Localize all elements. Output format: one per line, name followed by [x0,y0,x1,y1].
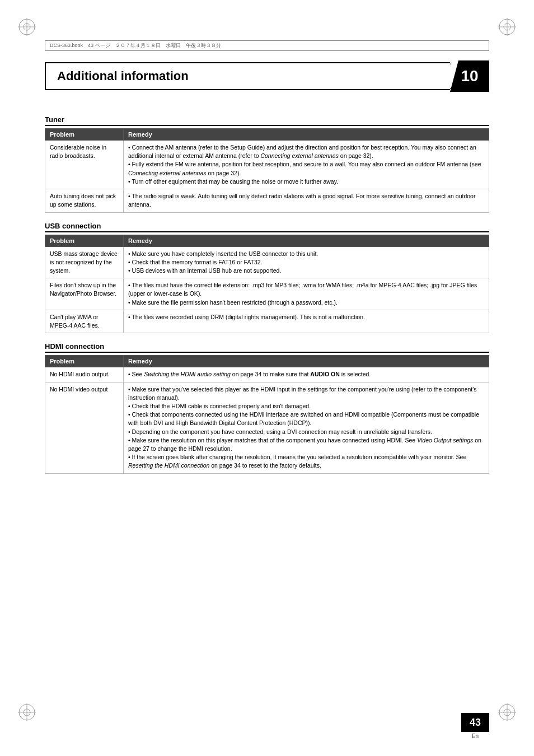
page: DCS-363.book 43 ページ ２０７年４月１８日 水曜日 午後３時３８… [0,0,534,756]
corner-mark-tl [17,17,37,37]
file-info-bar: DCS-363.book 43 ページ ２０７年４月１８日 水曜日 午後３時３８… [45,40,489,51]
tuner-remedy-1: • Connect the AM antenna (refer to the S… [124,141,489,189]
table-row: Can't play WMA or MPEG-4 AAC files. • Th… [45,310,489,333]
usb-remedy-2: • The files must have the correct file e… [124,278,489,310]
table-row: Files don't show up in the Navigator/Pho… [45,278,489,310]
corner-mark-bl [17,702,37,722]
section-header-tuner: Tuner [45,115,489,126]
chapter-number: 10 [461,67,478,85]
usb-remedy-3: • The files were recorded using DRM (dig… [124,310,489,333]
chapter-title: Additional information [57,69,189,83]
tuner-col-problem: Problem [45,129,124,141]
hdmi-problem-1: No HDMI audio output. [45,367,124,382]
usb-problem-2: Files don't show up in the Navigator/Pho… [45,278,124,310]
table-row: No HDMI video output • Make sure that yo… [45,382,489,473]
hdmi-remedy-2: • Make sure that you've selected this pl… [124,382,489,473]
tuner-col-remedy: Remedy [124,129,489,141]
table-row: Auto tuning does not pick up some statio… [45,189,489,212]
chapter-number-box: 10 [450,60,489,92]
table-row: USB mass storage device is not recognize… [45,246,489,278]
page-number-box: 43 [461,713,489,732]
table-row: Considerable noise in radio broadcasts. … [45,141,489,189]
tuner-remedy-2: • The radio signal is weak. Auto tuning … [124,189,489,212]
tuner-table: Problem Remedy Considerable noise in rad… [45,128,489,213]
page-footer: 43 En [461,713,489,739]
hdmi-table: Problem Remedy No HDMI audio output. • S… [45,355,489,473]
usb-table: Problem Remedy USB mass storage device i… [45,235,489,334]
tuner-problem-1: Considerable noise in radio broadcasts. [45,141,124,189]
usb-col-problem: Problem [45,235,124,246]
tuner-problem-2: Auto tuning does not pick up some statio… [45,189,124,212]
hdmi-remedy-1: • See Switching the HDMI audio setting o… [124,367,489,382]
hdmi-problem-2: No HDMI video output [45,382,124,473]
page-number: 43 [470,717,481,729]
usb-problem-3: Can't play WMA or MPEG-4 AAC files. [45,310,124,333]
usb-col-remedy: Remedy [124,235,489,246]
main-content: Tuner Problem Remedy Considerable noise … [45,106,489,700]
usb-problem-1: USB mass storage device is not recognize… [45,246,124,278]
usb-remedy-1: • Make sure you have completely inserted… [124,246,489,278]
chapter-title-box: Additional information [45,62,450,90]
chapter-header: Additional information 10 [45,60,489,92]
section-header-hdmi: HDMI connection [45,342,489,353]
page-lang: En [472,733,479,739]
section-header-usb: USB connection [45,222,489,232]
hdmi-col-problem: Problem [45,356,124,367]
file-info-text: DCS-363.book 43 ページ ２０７年４月１８日 水曜日 午後３時３８… [50,43,221,48]
corner-mark-br [497,702,517,722]
hdmi-col-remedy: Remedy [124,356,489,367]
table-row: No HDMI audio output. • See Switching th… [45,367,489,382]
corner-mark-tr [497,17,517,37]
